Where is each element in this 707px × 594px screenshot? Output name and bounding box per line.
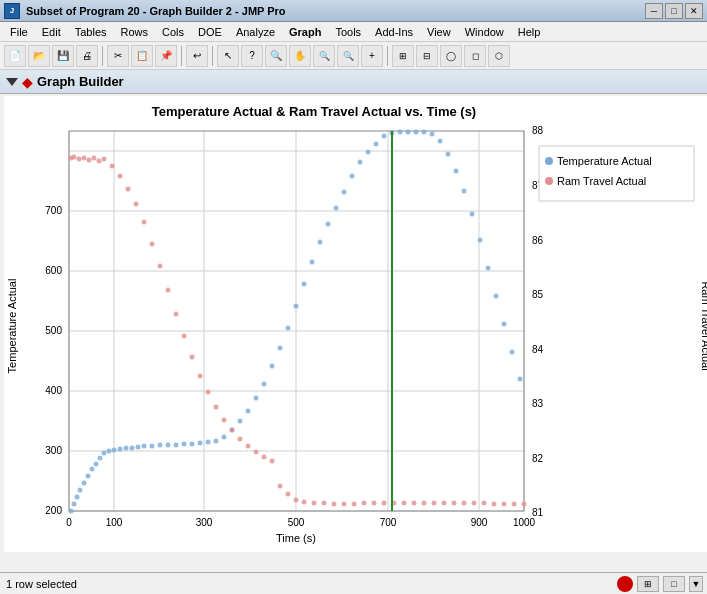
svg-point-79 <box>350 174 355 179</box>
zoom-in-button[interactable]: 🔍 <box>265 45 287 67</box>
svg-point-98 <box>502 322 507 327</box>
svg-point-91 <box>446 152 451 157</box>
svg-text:85: 85 <box>532 289 544 300</box>
svg-point-76 <box>326 222 331 227</box>
svg-point-60 <box>198 441 203 446</box>
svg-point-92 <box>454 169 459 174</box>
maximize-button[interactable]: □ <box>665 3 683 19</box>
svg-point-128 <box>262 455 267 460</box>
svg-point-135 <box>322 501 327 506</box>
menu-graph[interactable]: Graph <box>283 24 327 40</box>
svg-point-114 <box>150 242 155 247</box>
copy-button[interactable]: 📋 <box>131 45 153 67</box>
paste-button[interactable]: 📌 <box>155 45 177 67</box>
new-button[interactable]: 📄 <box>4 45 26 67</box>
layout-btn2[interactable]: ⊟ <box>416 45 438 67</box>
menu-bar: File Edit Tables Rows Cols DOE Analyze G… <box>0 22 707 42</box>
svg-point-58 <box>182 442 187 447</box>
menu-tables[interactable]: Tables <box>69 24 113 40</box>
svg-point-97 <box>494 294 499 299</box>
table-view-button[interactable]: ⊞ <box>637 576 659 592</box>
help-btn[interactable]: ? <box>241 45 263 67</box>
svg-point-153 <box>502 502 507 507</box>
svg-point-100 <box>518 377 523 382</box>
svg-point-75 <box>318 240 323 245</box>
svg-point-130 <box>278 484 283 489</box>
save-button[interactable]: 💾 <box>52 45 74 67</box>
zoom-button2[interactable]: 🔍 <box>313 45 335 67</box>
zoom-out-button[interactable]: 🔍 <box>337 45 359 67</box>
svg-point-89 <box>430 132 435 137</box>
minimize-button[interactable]: ─ <box>645 3 663 19</box>
dropdown-button[interactable]: ▼ <box>689 576 703 592</box>
menu-view[interactable]: View <box>421 24 457 40</box>
print-button[interactable]: 🖨 <box>76 45 98 67</box>
cursor-button[interactable]: ↖ <box>217 45 239 67</box>
svg-text:86: 86 <box>532 235 544 246</box>
toolbar-sep-4 <box>387 46 388 66</box>
svg-point-44 <box>94 462 99 467</box>
svg-text:700: 700 <box>380 517 397 528</box>
svg-point-51 <box>130 446 135 451</box>
stop-button[interactable] <box>617 576 633 592</box>
svg-point-99 <box>510 350 515 355</box>
svg-point-74 <box>310 260 315 265</box>
svg-point-107 <box>97 159 102 164</box>
svg-point-86 <box>406 130 411 135</box>
pan-button[interactable]: ✋ <box>289 45 311 67</box>
status-right-controls[interactable]: ⊞ □ ▼ <box>617 576 703 592</box>
menu-doe[interactable]: DOE <box>192 24 228 40</box>
svg-point-110 <box>118 174 123 179</box>
layout-btn3[interactable]: ◯ <box>440 45 462 67</box>
svg-point-123 <box>222 418 227 423</box>
window-title: Subset of Program 20 - Graph Builder 2 -… <box>26 5 639 17</box>
menu-tools[interactable]: Tools <box>329 24 367 40</box>
svg-point-151 <box>482 501 487 506</box>
menu-window[interactable]: Window <box>459 24 510 40</box>
svg-point-141 <box>382 501 387 506</box>
layout-button[interactable]: □ <box>663 576 685 592</box>
svg-text:200: 200 <box>45 505 62 516</box>
window-controls[interactable]: ─ □ ✕ <box>645 3 703 19</box>
svg-point-94 <box>470 212 475 217</box>
chart-svg: Temperature Actual & Ram Travel Actual v… <box>4 96 707 552</box>
svg-point-85 <box>398 130 403 135</box>
red-diamond: ◆ <box>22 74 33 90</box>
svg-point-87 <box>414 130 419 135</box>
menu-file[interactable]: File <box>4 24 34 40</box>
svg-point-81 <box>366 150 371 155</box>
undo-button[interactable]: ↩ <box>186 45 208 67</box>
menu-analyze[interactable]: Analyze <box>230 24 281 40</box>
svg-point-106 <box>92 156 97 161</box>
layout-btn5[interactable]: ⬡ <box>488 45 510 67</box>
svg-point-48 <box>112 448 117 453</box>
menu-help[interactable]: Help <box>512 24 547 40</box>
svg-point-69 <box>270 364 275 369</box>
cut-button[interactable]: ✂ <box>107 45 129 67</box>
svg-point-66 <box>246 409 251 414</box>
svg-text:900: 900 <box>471 517 488 528</box>
collapse-triangle[interactable] <box>6 78 18 86</box>
svg-text:Temperature Actual: Temperature Actual <box>557 155 652 167</box>
menu-edit[interactable]: Edit <box>36 24 67 40</box>
svg-point-40 <box>78 488 83 493</box>
svg-point-145 <box>422 501 427 506</box>
svg-text:84: 84 <box>532 344 544 355</box>
open-button[interactable]: 📂 <box>28 45 50 67</box>
svg-point-102 <box>72 155 77 160</box>
menu-cols[interactable]: Cols <box>156 24 190 40</box>
svg-point-136 <box>332 502 337 507</box>
close-button[interactable]: ✕ <box>685 3 703 19</box>
layout-btn4[interactable]: ◻ <box>464 45 486 67</box>
svg-text:Ram Travel Actual: Ram Travel Actual <box>557 175 646 187</box>
svg-point-68 <box>262 382 267 387</box>
menu-rows[interactable]: Rows <box>115 24 155 40</box>
svg-point-108 <box>102 157 107 162</box>
menu-addins[interactable]: Add-Ins <box>369 24 419 40</box>
svg-point-49 <box>118 447 123 452</box>
layout-btn1[interactable]: ⊞ <box>392 45 414 67</box>
svg-point-138 <box>352 502 357 507</box>
plus-button[interactable]: + <box>361 45 383 67</box>
svg-point-148 <box>452 501 457 506</box>
svg-text:0: 0 <box>66 517 72 528</box>
